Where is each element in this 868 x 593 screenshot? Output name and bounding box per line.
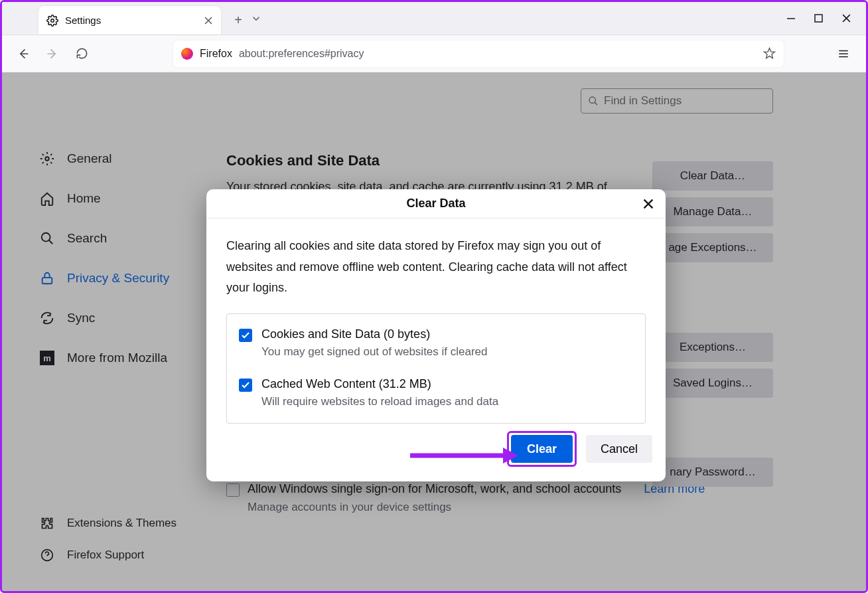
svg-point-0 — [51, 19, 54, 22]
new-tab-button[interactable]: + — [226, 6, 250, 35]
close-window-button[interactable] — [841, 13, 851, 23]
option-cookies-label: Cookies and Site Data (0 bytes) — [261, 327, 488, 341]
firefox-logo-icon — [181, 48, 193, 60]
close-tab-icon[interactable] — [204, 16, 213, 25]
window-controls — [772, 2, 866, 35]
option-cache[interactable]: Cached Web Content (31.2 MB) Will requir… — [239, 377, 633, 408]
cancel-button[interactable]: Cancel — [586, 435, 652, 463]
option-cache-label: Cached Web Content (31.2 MB) — [261, 377, 498, 391]
checkbox-cache[interactable] — [239, 379, 252, 392]
dialog-close-button[interactable] — [640, 196, 656, 212]
clear-button[interactable]: Clear — [511, 435, 573, 463]
tab-settings[interactable]: Settings — [38, 6, 221, 35]
app-menu-button[interactable] — [832, 42, 855, 66]
minimize-button[interactable] — [786, 14, 796, 23]
gear-icon — [46, 15, 58, 27]
dialog-description: Clearing all cookies and site data store… — [226, 236, 646, 299]
url-text: about:preferences#privacy — [239, 48, 364, 60]
option-cookies-sub: You may get signed out of websites if cl… — [261, 345, 488, 359]
reload-button[interactable] — [71, 43, 92, 64]
dialog-footer: Clear Cancel — [206, 431, 666, 481]
option-cookies[interactable]: Cookies and Site Data (0 bytes) You may … — [239, 327, 633, 359]
forward-button[interactable] — [42, 43, 63, 64]
tabs-dropdown-icon[interactable] — [250, 2, 262, 35]
tab-title: Settings — [65, 15, 197, 26]
browser-toolbar: Firefox about:preferences#privacy — [2, 35, 866, 72]
checkbox-cookies[interactable] — [239, 329, 252, 342]
option-cache-sub: Will require websites to reload images a… — [261, 395, 498, 408]
dialog-options: Cookies and Site Data (0 bytes) You may … — [226, 313, 646, 424]
back-button[interactable] — [13, 43, 34, 64]
svg-rect-1 — [815, 15, 822, 22]
maximize-button[interactable] — [814, 14, 823, 23]
url-product-label: Firefox — [200, 48, 232, 60]
url-bar[interactable]: Firefox about:preferences#privacy — [173, 41, 784, 67]
browser-titlebar: Settings + — [2, 2, 866, 35]
clear-data-dialog: Clear Data Clearing all cookies and site… — [206, 189, 666, 481]
bookmark-star-icon[interactable] — [763, 47, 776, 60]
dialog-title: Clear Data — [406, 197, 465, 211]
dialog-header: Clear Data — [206, 189, 666, 218]
clear-button-highlight: Clear — [507, 431, 577, 467]
